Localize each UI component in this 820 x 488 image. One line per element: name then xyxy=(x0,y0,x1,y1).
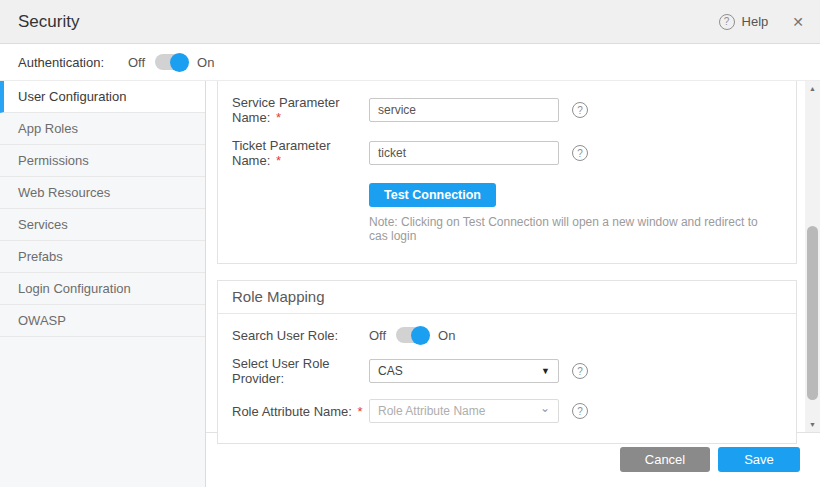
authentication-toggle[interactable] xyxy=(155,54,187,70)
provider-config-panel: Service Parameter Name: * ? Ticket Param… xyxy=(217,81,797,264)
header-actions: ? Help ✕ xyxy=(719,14,820,30)
help-icon[interactable]: ? xyxy=(719,14,735,30)
authentication-on-label: On xyxy=(197,55,214,70)
authentication-label: Authentication: xyxy=(18,55,128,70)
toggle-knob xyxy=(170,53,189,72)
main-content: Service Parameter Name: * ? Ticket Param… xyxy=(206,81,820,487)
role-provider-select[interactable]: CAS ▼ xyxy=(369,359,559,383)
sidebar-item-app-roles[interactable]: App Roles xyxy=(0,113,205,145)
toggle-knob xyxy=(411,326,430,345)
sidebar-item-prefabs[interactable]: Prefabs xyxy=(0,241,205,273)
dropdown-arrow-icon: ▼ xyxy=(541,366,550,376)
ticket-parameter-input[interactable] xyxy=(369,141,559,165)
role-attribute-help-icon[interactable]: ? xyxy=(572,403,588,419)
sidebar-item-owasp[interactable]: OWASP xyxy=(0,305,205,337)
search-user-role-row: Search User Role: Off On xyxy=(218,327,796,343)
authentication-bar: Authentication: Off On xyxy=(0,44,820,81)
role-provider-value: CAS xyxy=(378,364,403,378)
chevron-down-icon: ⌄ xyxy=(540,405,550,411)
required-asterisk: * xyxy=(358,404,363,419)
service-parameter-input[interactable] xyxy=(369,98,559,122)
help-label[interactable]: Help xyxy=(742,14,769,29)
service-parameter-label: Service Parameter Name: * xyxy=(232,95,369,125)
scroll-down-icon[interactable]: ▼ xyxy=(805,421,820,428)
service-parameter-row: Service Parameter Name: * ? xyxy=(218,95,796,125)
save-button[interactable]: Save xyxy=(718,447,800,472)
vertical-scrollbar[interactable]: ▲ ▼ xyxy=(805,81,820,432)
test-connection-row: Test Connection xyxy=(369,183,796,207)
role-attribute-label: Role Attribute Name: * xyxy=(232,404,369,419)
role-mapping-panel: Role Mapping Search User Role: Off On Se… xyxy=(217,280,797,444)
role-mapping-title: Role Mapping xyxy=(218,281,796,314)
window-header: Security ? Help ✕ xyxy=(0,0,820,44)
window-body: User Configuration App Roles Permissions… xyxy=(0,81,820,487)
security-settings-window: Security ? Help ✕ Authentication: Off On… xyxy=(0,0,820,488)
role-provider-help-icon[interactable]: ? xyxy=(572,363,588,379)
ticket-parameter-help-icon[interactable]: ? xyxy=(572,145,588,161)
required-asterisk: * xyxy=(276,153,281,168)
ticket-parameter-label: Ticket Parameter Name: * xyxy=(232,138,369,168)
close-icon[interactable]: ✕ xyxy=(792,14,804,30)
page-title: Security xyxy=(0,12,79,32)
scrollbar-thumb[interactable] xyxy=(807,226,818,400)
search-user-role-toggle[interactable] xyxy=(396,327,428,343)
sidebar-item-web-resources[interactable]: Web Resources xyxy=(0,177,205,209)
sidebar-item-permissions[interactable]: Permissions xyxy=(0,145,205,177)
role-attribute-row: Role Attribute Name: * Role Attribute Na… xyxy=(218,399,796,423)
sidebar-item-user-configuration[interactable]: User Configuration xyxy=(0,81,205,113)
sidebar-item-login-configuration[interactable]: Login Configuration xyxy=(0,273,205,305)
role-attribute-combobox[interactable]: Role Attribute Name ⌄ xyxy=(369,399,559,423)
role-attribute-placeholder: Role Attribute Name xyxy=(378,404,485,418)
search-user-role-off-label: Off xyxy=(369,328,386,343)
ticket-parameter-row: Ticket Parameter Name: * ? xyxy=(218,138,796,168)
search-user-role-label: Search User Role: xyxy=(232,328,369,343)
authentication-off-label: Off xyxy=(128,55,145,70)
role-provider-label: Select User Role Provider: xyxy=(232,356,369,386)
service-parameter-help-icon[interactable]: ? xyxy=(572,102,588,118)
role-provider-row: Select User Role Provider: CAS ▼ ? xyxy=(218,356,796,386)
cancel-button[interactable]: Cancel xyxy=(620,447,710,472)
settings-sidebar: User Configuration App Roles Permissions… xyxy=(0,81,206,487)
required-asterisk: * xyxy=(276,110,281,125)
scrollable-form-area: Service Parameter Name: * ? Ticket Param… xyxy=(206,81,820,432)
search-user-role-on-label: On xyxy=(438,328,455,343)
test-connection-note: Note: Clicking on Test Connection will o… xyxy=(369,215,773,243)
scroll-up-icon[interactable]: ▲ xyxy=(805,85,820,92)
sidebar-item-services[interactable]: Services xyxy=(0,209,205,241)
test-connection-button[interactable]: Test Connection xyxy=(369,183,496,207)
